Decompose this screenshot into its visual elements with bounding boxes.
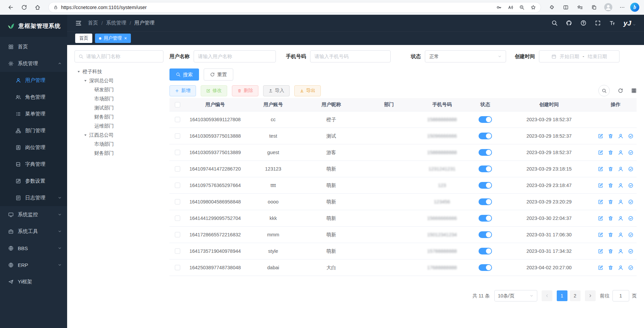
refresh-table-icon[interactable]: [618, 88, 623, 93]
assign-role-icon[interactable]: [628, 216, 634, 221]
address-bar[interactable]: https://ccnetcore.com:1101/system/user: [48, 2, 541, 13]
prev-page-button[interactable]: [542, 290, 552, 301]
tree-node[interactable]: 财务部门: [75, 112, 163, 122]
user-logo-dropdown[interactable]: yJ: [624, 19, 636, 27]
page-size-select[interactable]: 10条/页: [494, 290, 537, 301]
sidebar-item-yi-framework[interactable]: Yi框架: [0, 273, 67, 290]
tab-home[interactable]: 首页: [75, 34, 92, 43]
favorites-bar-button[interactable]: [574, 2, 586, 13]
edit-icon[interactable]: [598, 199, 603, 205]
reset-password-icon[interactable]: [618, 150, 624, 155]
sidebar-item-system-tools[interactable]: 系统工具: [0, 223, 67, 240]
status-toggle[interactable]: [479, 133, 492, 139]
row-checkbox[interactable]: [175, 117, 180, 122]
tree-node[interactable]: 财务部门: [75, 149, 163, 158]
sidebar-item-dept-mgmt[interactable]: 部门管理: [0, 122, 67, 139]
dept-search-input[interactable]: [86, 54, 159, 59]
reset-password-icon[interactable]: [618, 216, 624, 221]
sidebar-item-bbs[interactable]: BBS: [0, 240, 67, 256]
delete-icon[interactable]: [608, 166, 613, 172]
export-button[interactable]: 导出: [294, 85, 321, 96]
tree-node[interactable]: 橙子科技: [75, 67, 163, 76]
row-checkbox[interactable]: [175, 216, 180, 221]
tree-node[interactable]: 市场部门: [75, 140, 163, 149]
assign-role-icon[interactable]: [628, 199, 634, 205]
profile-button[interactable]: [602, 2, 614, 13]
assign-role-icon[interactable]: [628, 133, 634, 139]
page-button-1[interactable]: 1: [557, 290, 567, 301]
sidebar-item-dict-mgmt[interactable]: 字典管理: [0, 156, 67, 173]
breadcrumb-item[interactable]: 用户管理: [134, 20, 154, 26]
collapse-sidebar-icon[interactable]: [75, 20, 82, 27]
status-toggle[interactable]: [479, 149, 492, 156]
status-toggle[interactable]: [479, 166, 492, 172]
assign-role-icon[interactable]: [628, 265, 634, 271]
edit-icon[interactable]: [598, 150, 603, 155]
username-input[interactable]: [194, 50, 276, 62]
add-button[interactable]: 新增: [169, 85, 196, 96]
date-range-picker[interactable]: 开始日期 - 结束日期: [539, 50, 620, 62]
reset-button[interactable]: 重置: [204, 68, 233, 81]
row-checkbox[interactable]: [175, 150, 180, 155]
delete-icon[interactable]: [608, 216, 613, 221]
fullscreen-icon[interactable]: [595, 20, 601, 26]
browser-back-button[interactable]: [5, 2, 17, 13]
tree-node[interactable]: 市场部门: [75, 94, 163, 103]
status-toggle[interactable]: [479, 248, 492, 254]
expand-caret-icon[interactable]: [83, 79, 88, 83]
delete-icon[interactable]: [608, 265, 613, 271]
assign-role-icon[interactable]: [628, 183, 634, 188]
delete-icon[interactable]: [608, 133, 613, 139]
reset-password-icon[interactable]: [618, 265, 624, 271]
page-button-2[interactable]: 2: [570, 290, 581, 301]
edit-icon[interactable]: [598, 166, 603, 172]
assign-role-icon[interactable]: [628, 166, 634, 172]
extensions-button[interactable]: [546, 2, 558, 13]
edit-icon[interactable]: [598, 183, 603, 188]
search-icon[interactable]: [551, 20, 558, 26]
status-toggle[interactable]: [479, 231, 492, 238]
help-icon[interactable]: [580, 20, 587, 26]
assign-role-icon[interactable]: [628, 248, 634, 254]
row-checkbox[interactable]: [175, 183, 180, 188]
sidebar-item-user-mgmt[interactable]: 用户管理: [0, 72, 67, 89]
status-toggle[interactable]: [479, 116, 492, 123]
sidebar-item-menu-mgmt[interactable]: 菜单管理: [0, 105, 67, 122]
import-button[interactable]: 导入: [263, 85, 290, 96]
status-toggle[interactable]: [479, 264, 492, 271]
select-all-checkbox[interactable]: [175, 102, 180, 107]
edit-icon[interactable]: [598, 248, 603, 254]
browser-refresh-button[interactable]: [18, 2, 30, 13]
assign-role-icon[interactable]: [628, 232, 634, 238]
row-checkbox[interactable]: [175, 232, 180, 237]
delete-icon[interactable]: [608, 199, 613, 205]
collections-button[interactable]: [588, 2, 600, 13]
edit-icon[interactable]: [598, 216, 603, 221]
breadcrumb-item[interactable]: 系统管理: [106, 20, 126, 26]
row-checkbox[interactable]: [175, 248, 180, 254]
reset-password-icon[interactable]: [618, 133, 624, 139]
zoom-out-icon[interactable]: [519, 5, 525, 10]
delete-icon[interactable]: [608, 248, 613, 254]
status-toggle[interactable]: [479, 198, 492, 205]
sidebar-item-param-settings[interactable]: 参数设置: [0, 173, 67, 189]
read-aloud-icon[interactable]: [508, 5, 513, 10]
font-size-icon[interactable]: [609, 20, 615, 26]
reset-password-icon[interactable]: [618, 199, 624, 205]
sidebar-item-system-monitor[interactable]: 系统监控: [0, 206, 67, 223]
tree-node[interactable]: 江西总公司: [75, 131, 163, 140]
expand-caret-icon[interactable]: [77, 69, 81, 74]
browser-menu-button[interactable]: [616, 2, 628, 13]
tree-node[interactable]: 测试部门: [75, 103, 163, 112]
sidebar-item-erp[interactable]: ERP: [0, 256, 67, 273]
close-icon[interactable]: ×: [124, 36, 127, 41]
reset-password-icon[interactable]: [618, 248, 624, 254]
reset-password-icon[interactable]: [618, 232, 624, 238]
tree-node[interactable]: 研发部门: [75, 85, 163, 94]
search-button[interactable]: 搜索: [169, 68, 199, 81]
row-checkbox[interactable]: [175, 199, 180, 204]
delete-icon[interactable]: [608, 150, 613, 155]
browser-home-button[interactable]: [32, 2, 44, 13]
edit-icon[interactable]: [598, 232, 603, 238]
row-checkbox[interactable]: [175, 166, 180, 172]
